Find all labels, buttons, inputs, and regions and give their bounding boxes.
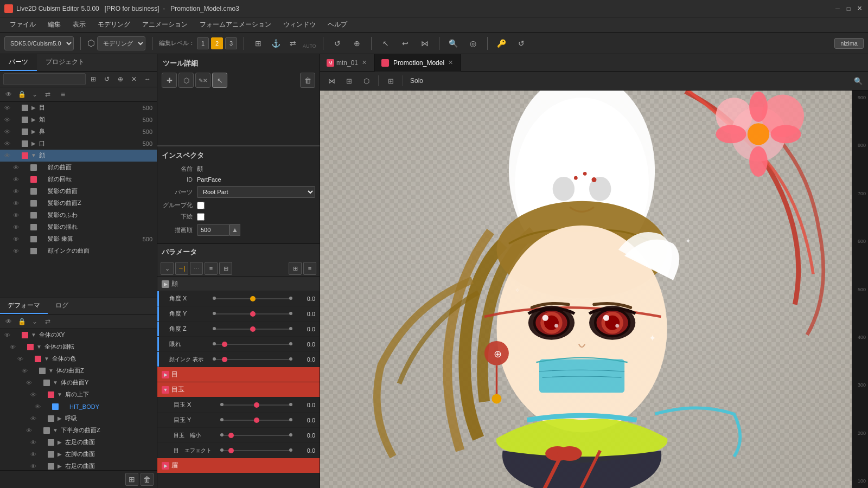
param-thumb-eye-effect[interactable] [228,448,234,453]
part-row-eye[interactable]: 👁 ▶ 目 500 [0,102,157,114]
copy-icon-btn[interactable]: ⊕ [349,36,365,51]
param-slider-eye-x[interactable] [220,400,292,410]
row-lock-hsf[interactable] [21,210,30,220]
vis-eye-btn[interactable]: 👁 [3,89,14,100]
inspector-sketch-checkbox[interactable] [197,213,205,221]
copy-parts-btn[interactable]: ↺ [101,73,113,85]
inspector-draworder-inc[interactable]: ▲ [229,224,240,236]
def-vis-eye-btn[interactable]: 👁 [3,316,14,327]
row-vis-face-rotate[interactable]: 👁 [11,175,21,184]
part-row-face-ink[interactable]: 👁 顔インクの曲面 [0,245,157,257]
sdk-version-select[interactable]: SDK5.0/Cubism5.0 [4,36,74,50]
def-vis-arrow-btn[interactable]: ⇄ [42,316,53,327]
link-parts-btn[interactable]: ⊕ [114,73,126,85]
part-row-hair-shadow-multiply[interactable]: 👁 髪影 乗算 500 [0,233,157,245]
param-slider-angle-z[interactable] [213,324,292,335]
part-row-nose[interactable]: 👁 ▶ 鼻 500 [0,126,157,138]
part-row-face[interactable]: 👁 ▼ 顔 [0,150,157,162]
param-dots-btn[interactable]: ⋯ [190,262,203,275]
row-vis-cheek[interactable]: 👁 [2,115,12,125]
row-expand-mouth[interactable]: ▶ [29,139,38,148]
row-expand-nose[interactable]: ▶ [29,127,38,136]
row-vis-hss[interactable]: 👁 [11,222,21,232]
menu-modeling[interactable]: モデリング [92,18,136,31]
row-lock-face-rotate[interactable] [21,175,30,184]
row-expand-cheek[interactable]: ▶ [29,115,38,124]
close-button[interactable]: ✕ [855,4,864,13]
canvas-viewport[interactable]: ⊕ [320,91,868,488]
param-thumb-face-ink[interactable] [222,357,227,362]
part-row-cheek[interactable]: 👁 ▶ 頬 500 [0,114,157,126]
row-lock-hsm[interactable] [21,234,30,244]
canvas-tab-model[interactable]: Promotion_Model ✕ [375,54,461,72]
ct-connect-btn[interactable]: ⋈ [324,74,339,88]
def-row-xy[interactable]: 👁 ▼ 全体のXY [0,329,157,341]
brand-button[interactable]: nizima [834,38,864,49]
part-row-face-curve[interactable]: 👁 顔の曲面 [0,162,157,174]
delete-parts-btn[interactable]: ✕ [128,73,140,85]
mode-select[interactable]: モデリング [97,36,145,50]
tab-close-model[interactable]: ✕ [446,59,454,67]
row-lock-nose[interactable] [12,127,22,137]
def-row-lower-body[interactable]: 👁 ▼ 下半身の曲面Z [0,425,157,436]
row-expand-face[interactable]: ▼ [29,151,38,160]
refresh-icon-btn[interactable]: ↺ [330,36,345,51]
def-vis-lock-btn[interactable]: 🔒 [16,316,27,327]
def-row-breath[interactable]: 👁 ▶ 呼吸 [0,413,157,425]
undo-icon-btn[interactable]: ↩ [398,36,413,51]
def-row-left-leg[interactable]: 👁 ▶ 左脚の曲面 [0,448,157,460]
def-row-color[interactable]: 👁 ▼ 全体の色 [0,353,157,365]
row-vis-hsc[interactable]: 👁 [11,187,21,196]
edit-level-1[interactable]: 1 [197,37,209,49]
key-icon-btn[interactable]: 🔑 [494,36,509,51]
inspector-group-checkbox[interactable] [197,202,205,209]
menu-view[interactable]: 表示 [67,18,91,31]
part-row-mouth[interactable]: 👁 ▶ 口 500 [0,138,157,150]
target-icon-btn[interactable]: ◎ [465,36,481,51]
canvas-tab-mtn[interactable]: M mtn_01 ✕ [320,54,375,72]
param-thumb-eye-x[interactable] [254,402,259,408]
param-thumb-angle-y[interactable] [250,311,256,317]
row-vis-hsm[interactable]: 👁 [11,234,21,244]
maximize-button[interactable]: □ [844,4,853,13]
row-vis-mouth[interactable]: 👁 [2,139,12,149]
param-thumb-eye-y[interactable] [254,418,259,423]
menu-help[interactable]: ヘルプ [322,18,353,31]
cursor-icon-btn[interactable]: ↖ [378,36,393,51]
param-add-key-btn[interactable]: →| [175,262,188,275]
menu-file[interactable]: ファイル [4,18,41,31]
menu-form-animation[interactable]: フォームアニメーション [194,18,277,31]
row-lock-hscz[interactable] [21,198,30,208]
part-row-hair-shadow-sway[interactable]: 👁 髪影の揺れ [0,221,157,233]
expand-parts-btn[interactable]: ↔ [142,73,154,85]
tab-project[interactable]: プロジェクト [37,54,93,71]
canvas-search-btn[interactable]: 🔍 [853,75,864,86]
param-thumb-angle-x[interactable] [250,296,256,301]
part-row-hair-shadow-curvez[interactable]: 👁 髪影の曲面Z [0,197,157,209]
deformer-delete-btn[interactable]: 🗑 [141,473,154,486]
ct-grid-btn[interactable]: ⊞ [342,74,356,88]
minimize-button[interactable]: ─ [833,4,842,13]
row-vis-face[interactable]: 👁 [2,151,12,160]
inspector-parts-select[interactable]: Root Part [197,186,315,198]
param-thumb-eye-shrink[interactable] [228,433,234,438]
part-row-face-rotate[interactable]: 👁 顔の回転 [0,174,157,185]
row-vis-eye[interactable]: 👁 [2,103,12,113]
anchor-icon-btn[interactable]: ⚓ [268,36,283,51]
td-add-btn[interactable]: ✚ [162,73,177,88]
parts-menu-btn[interactable]: ≡ [58,89,68,100]
td-trash-btn[interactable]: 🗑 [300,73,315,88]
param-group-eyebrow-header[interactable]: ▶ 眉 [157,458,320,473]
row-vis-hsf[interactable]: 👁 [11,210,21,220]
row-lock-face[interactable] [12,151,22,160]
param-slider-angle-x[interactable] [213,293,292,304]
connect-icon-btn[interactable]: ⋈ [417,36,432,51]
td-arrow-btn[interactable]: ↖ [212,73,227,88]
param-group-eye-header[interactable]: ▶ 目 [157,367,320,382]
add-parts-btn[interactable]: ⊞ [87,73,99,85]
row-lock-hss[interactable] [21,222,30,232]
menu-window[interactable]: ウィンドウ [278,18,321,31]
ct-mesh-btn[interactable]: ⬡ [359,74,373,88]
tab-parts[interactable]: パーツ [0,54,37,71]
param-expand-all-btn[interactable]: ⊞ [289,262,302,275]
